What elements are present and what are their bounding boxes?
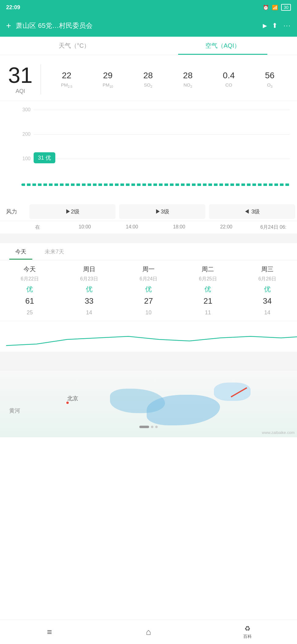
- status-time: 22:09: [6, 4, 20, 11]
- location-icon: ▶: [263, 22, 267, 29]
- section-separator: [0, 234, 297, 243]
- main-tabs: 天气（°C） 空气（AQI）: [0, 37, 297, 55]
- o3-label: O3: [267, 82, 273, 88]
- forecast-tabs: 今天 未来7天: [0, 243, 297, 260]
- aqi-main-value: 31 AQI: [7, 64, 41, 94]
- aqi-label: AQI: [16, 88, 25, 94]
- grid-line-200: 200: [20, 131, 290, 137]
- time-1: 10:00: [61, 224, 108, 231]
- wind-label: 风力: [0, 204, 28, 220]
- encyclopedia-label: 百科: [243, 634, 252, 639]
- so2-metric: 28 SO2: [143, 71, 153, 88]
- header-actions: ⬆ ···: [272, 22, 291, 30]
- bottom-nav: ≡ ⌂ ♻ 百科: [0, 620, 297, 644]
- forecast-col-1: 周日 6月23日 优 33 14: [59, 260, 119, 321]
- status-icons: ⏰ 📶 30: [263, 4, 291, 11]
- scroll-indicator: [139, 426, 158, 428]
- time-5: 6月24日 06:: [250, 224, 297, 231]
- forecast-tab-today[interactable]: 今天: [6, 244, 35, 260]
- curve-svg: [6, 321, 297, 352]
- map-beijing-marker: [66, 401, 69, 405]
- no2-value: 28: [183, 71, 193, 80]
- alarm-icon: ⏰: [263, 5, 269, 10]
- so2-label: SO2: [144, 82, 152, 88]
- aqi-detail-metrics: 22 PM2.5 29 PM10 28 SO2 28 NO2 0.4 CO 56…: [41, 71, 290, 88]
- map-label-huanghe: 黄河: [9, 407, 20, 414]
- co-metric: 0.4 CO: [223, 71, 235, 88]
- tab-air[interactable]: 空气（AQI）: [148, 37, 297, 55]
- time-0: 在: [14, 224, 61, 231]
- nav-menu[interactable]: ≡: [37, 627, 62, 637]
- pm10-label: PM10: [103, 82, 113, 88]
- co-value: 0.4: [223, 71, 235, 80]
- pm10-metric: 29 PM10: [103, 71, 113, 88]
- app-header: + 萧山区 65党…村民委员会 ▶ ⬆ ···: [0, 15, 297, 37]
- aqi-metrics-row: 31 AQI 22 PM2.5 29 PM10 28 SO2 28 NO2 0.…: [0, 55, 297, 101]
- co-label: CO: [226, 82, 233, 87]
- wind-item-1: ▶3级: [119, 204, 205, 219]
- map-label-beijing: 北京: [67, 395, 78, 402]
- wind-item-0: ▶2级: [29, 204, 116, 219]
- grid-line-100: 100: [20, 156, 290, 161]
- pm10-value: 29: [103, 71, 112, 80]
- no2-label: NO2: [184, 82, 192, 88]
- chart-dashed-line: [21, 183, 290, 186]
- time-4: 22:00: [203, 224, 250, 231]
- time-3: 18:00: [156, 224, 203, 231]
- pm25-label: PM2.5: [61, 82, 72, 88]
- forecast-header: 今天 6月22日 优 61 25 周日 6月23日 优 33 14 周一 6月2…: [0, 260, 297, 321]
- status-bar: 22:09 ⏰ 📶 30: [0, 0, 297, 15]
- aqi-number: 31: [8, 64, 32, 86]
- time-2: 14:00: [108, 224, 156, 231]
- share-icon[interactable]: ⬆: [272, 22, 277, 30]
- section-gap-2: [0, 352, 297, 370]
- more-icon[interactable]: ···: [284, 22, 291, 30]
- map-blue-region-2: [147, 395, 220, 425]
- forecast-col-2: 周一 6月24日 优 27 10: [119, 260, 178, 321]
- aqi-chart-badge: 31 优: [34, 152, 55, 163]
- wind-row: 风力 ▶2级 ▶3级 ◀ 3级: [0, 202, 297, 221]
- tab-weather[interactable]: 天气（°C）: [0, 37, 148, 55]
- wind-items: ▶2级 ▶3级 ◀ 3级: [28, 202, 297, 221]
- aqi-curve: [0, 321, 297, 352]
- pm25-value: 22: [62, 71, 71, 80]
- location-title: 萧山区 65党…村民委员会: [16, 21, 258, 30]
- home-icon: ⌂: [146, 627, 151, 637]
- encyclopedia-icon: ♻: [244, 625, 251, 633]
- so2-value: 28: [143, 71, 153, 80]
- watermark: www.zaibaike.com: [262, 430, 295, 435]
- forecast-tab-7days[interactable]: 未来7天: [35, 244, 73, 260]
- time-axis: 在 10:00 14:00 18:00 22:00 6月24日 06:: [0, 221, 297, 234]
- o3-metric: 56 O3: [265, 71, 274, 88]
- o3-value: 56: [265, 71, 274, 80]
- forecast-col-3: 周二 6月25日 优 21 11: [178, 260, 237, 321]
- wind-item-2: ◀ 3级: [209, 204, 295, 219]
- aqi-chart: 300 200 100 31 优: [0, 101, 297, 199]
- nav-encyclopedia[interactable]: ♻ 百科: [235, 625, 260, 639]
- add-location-button[interactable]: +: [6, 21, 11, 31]
- pm25-metric: 22 PM2.5: [61, 71, 72, 88]
- nav-home[interactable]: ⌂: [136, 627, 161, 637]
- menu-icon: ≡: [47, 627, 52, 637]
- map-blue-region-3: [214, 383, 251, 401]
- bottom-nav-spacer: [0, 437, 297, 462]
- map-section: 黄河 北京 www.zaibaike.com: [0, 370, 297, 437]
- forecast-col-0: 今天 6月22日 优 61 25: [0, 260, 59, 321]
- wifi-icon: 📶: [272, 5, 278, 10]
- grid-line-300: 300: [20, 107, 290, 113]
- chart-grid: 300 200 100 31 优: [7, 107, 290, 180]
- forecast-col-4: 周三 6月26日 优 34 14: [238, 260, 297, 321]
- no2-metric: 28 NO2: [183, 71, 193, 88]
- battery-indicator: 30: [281, 4, 291, 11]
